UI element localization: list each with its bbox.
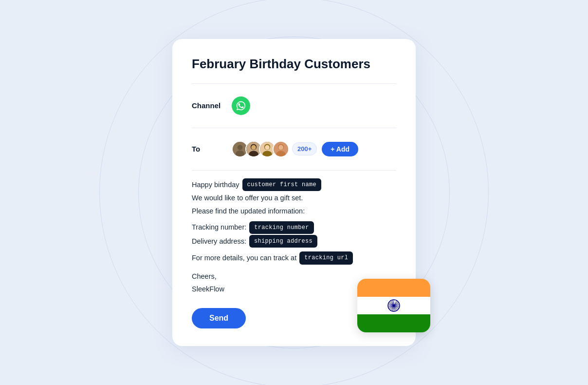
whatsapp-svg: [236, 100, 246, 111]
offer-line: We would like to offer you a gift set.: [192, 192, 396, 204]
india-flag-badge: [357, 279, 430, 332]
flag-white-stripe: [357, 297, 430, 315]
tracking-number-tag: tracking number: [249, 221, 314, 234]
add-recipients-button[interactable]: + Add: [322, 142, 358, 156]
card-title: February Birthday Customers: [192, 57, 396, 72]
main-card: February Birthday Customers Channel To: [172, 39, 416, 346]
tracking-line: Tracking number: tracking number: [192, 221, 396, 234]
svg-point-2: [236, 151, 244, 157]
recipient-avatars: [232, 141, 289, 157]
flag-orange-stripe: [357, 279, 430, 297]
greeting-prefix: Happy birthday: [192, 179, 239, 191]
divider-2: [192, 128, 396, 128]
greeting-line: Happy birthday customer first name: [192, 178, 396, 191]
cheers-text: Cheers,: [192, 270, 217, 283]
message-body: Happy birthday customer first name We wo…: [192, 178, 396, 295]
svg-point-6: [249, 151, 258, 157]
whatsapp-icon[interactable]: [232, 96, 250, 115]
send-button[interactable]: Send: [192, 308, 246, 328]
svg-point-1: [238, 145, 243, 150]
svg-point-14: [276, 151, 285, 157]
svg-point-13: [278, 145, 283, 150]
delivery-prefix: Delivery address:: [192, 235, 246, 248]
svg-point-10: [262, 151, 272, 157]
brand-text: SleekFlow: [192, 283, 224, 295]
info-line: Please find the updated information:: [192, 205, 396, 217]
info-text: Please find the updated information:: [192, 205, 305, 217]
recipient-count-badge: 200+: [292, 142, 317, 155]
delivery-line: Delivery address: shipping address: [192, 235, 396, 248]
divider-1: [192, 83, 396, 84]
tracking-url-tag: tracking url: [299, 251, 353, 264]
channel-row: Channel: [192, 92, 396, 120]
ashoka-chakra-icon: [387, 299, 401, 312]
offer-text: We would like to offer you a gift set.: [192, 192, 303, 204]
details-line: For more details, you can track at track…: [192, 251, 396, 264]
tracking-prefix: Tracking number:: [192, 221, 246, 233]
customer-first-name-tag: customer first name: [242, 178, 322, 191]
shipping-address-tag: shipping address: [249, 235, 317, 248]
to-label: To: [192, 145, 226, 153]
flag-green-stripe: [357, 314, 430, 332]
details-text: For more details, you can track at: [192, 252, 296, 264]
svg-point-5: [251, 145, 256, 150]
to-row: To: [192, 136, 396, 162]
svg-point-9: [265, 145, 270, 150]
divider-3: [192, 170, 396, 171]
avatar-4: [273, 141, 289, 157]
channel-label: Channel: [192, 101, 226, 110]
